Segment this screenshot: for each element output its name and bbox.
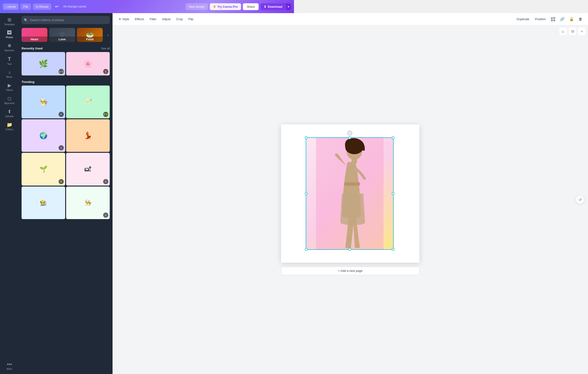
trend-photo-6[interactable]: 🛋 £ <box>66 153 110 186</box>
new-design-button[interactable]: New design <box>185 3 208 10</box>
adjust-label: Adjust <box>162 17 170 21</box>
style-label: Style <box>122 17 129 21</box>
background-icon: ◻ <box>8 96 11 101</box>
trend-photo-8[interactable]: 👨‍🍳 £ <box>66 187 110 187</box>
share-button[interactable]: Share <box>243 3 259 10</box>
heart-chip-label: Heart <box>21 37 47 42</box>
sidebar-item-background[interactable]: ◻ Bkground <box>1 94 17 106</box>
category-chip-heart[interactable]: Heart <box>21 28 47 42</box>
elements-label: Elements <box>4 49 14 52</box>
style-icon: ✦ <box>119 17 121 21</box>
flip-button[interactable]: Flip <box>186 16 196 22</box>
category-row: Heart ♡ Love 🥗 Food › <box>19 27 113 45</box>
recent-photo-2[interactable]: 🌸 £ <box>66 52 110 75</box>
category-chip-love[interactable]: ♡ Love <box>49 28 75 42</box>
crop-button[interactable]: Crop <box>174 16 185 22</box>
new-design-label: New design <box>189 5 205 9</box>
see-all-button[interactable]: See all <box>101 47 110 50</box>
music-icon: ♪ <box>8 70 10 75</box>
trending-header: Trending <box>19 78 113 85</box>
text-icon: T <box>8 56 11 62</box>
photos-panel: 🔍 Heart ♡ Love 🥗 Food › Recently Used Se… <box>19 13 113 187</box>
top-navigation: ‹ Home File ⊡ Resize ↩ All changes saved… <box>0 0 294 13</box>
trend-badge-1: £ <box>59 112 64 117</box>
resize-label: Resize <box>39 5 49 9</box>
trend-badge-5: £ <box>59 179 64 184</box>
effects-button[interactable]: Effects <box>132 16 147 22</box>
folders-icon: 📁 <box>7 122 12 127</box>
scroll-right-icon[interactable]: › <box>105 28 112 42</box>
download-arrow-icon: ⬇ <box>264 5 266 9</box>
love-chip-label: Love <box>49 37 75 42</box>
toolbar: ✦ Style Effects Filter Adjust Crop Flip … <box>113 13 294 25</box>
canvas-area: ⊏ ⧉ + ↺ <box>113 13 294 187</box>
sidebar-item-photos[interactable]: 🖼 Photos <box>1 28 17 41</box>
resize-button[interactable]: ⊡ Resize <box>33 3 51 10</box>
share-label: Share <box>247 5 255 9</box>
trend-photo-7[interactable]: 🧑‍🌾 <box>21 187 65 187</box>
undo-icon: ↩ <box>55 4 59 9</box>
templates-label: Templates <box>4 23 15 26</box>
trending-grid: 👨‍🍳 £ 🥂 ♛ 🌍 £ 💃 🌱 £ <box>19 85 113 187</box>
file-button[interactable]: File <box>21 3 31 10</box>
sidebar-item-folders[interactable]: 📁 Folders <box>1 120 17 133</box>
sidebar-item-templates[interactable]: ⊞ Templates <box>1 15 17 28</box>
crown-badge-1: ♛ <box>59 69 64 74</box>
uploads-icon: ⬆ <box>8 109 11 114</box>
file-label: File <box>23 5 28 9</box>
search-icon: 🔍 <box>24 18 28 22</box>
trend-photo-3[interactable]: 🌍 £ <box>21 119 65 152</box>
canvas-wrapper: ⊏ ⧉ + ↺ <box>113 25 294 187</box>
trend-photo-5[interactable]: 🌱 £ <box>21 153 65 186</box>
music-label: Music <box>6 76 12 78</box>
food-chip-label: Food <box>77 37 103 42</box>
chevron-down-icon: ▾ <box>288 5 289 9</box>
trend-badge-3: £ <box>59 145 64 150</box>
filter-button[interactable]: Filter <box>147 16 159 22</box>
elements-icon: ❋ <box>8 43 11 49</box>
sidebar-item-videos[interactable]: ▶ Videos <box>1 81 17 93</box>
crop-label: Crop <box>176 17 183 21</box>
photos-icon: 🖼 <box>7 30 12 35</box>
videos-icon: ▶ <box>8 83 11 88</box>
adjust-button[interactable]: Adjust <box>160 16 173 22</box>
home-label: Home <box>8 5 16 9</box>
folders-label: Folders <box>5 128 13 131</box>
undo-button[interactable]: ↩ <box>53 3 61 10</box>
sidebar-item-text[interactable]: T Text <box>1 54 17 67</box>
text-label: Text <box>7 63 11 65</box>
try-pro-label: Try Canva Pro <box>217 5 238 9</box>
resize-icon: ⊡ <box>36 5 38 9</box>
saved-status: All changes saved <box>63 5 86 8</box>
sidebar-item-uploads[interactable]: ⬆ Uploads <box>1 107 17 120</box>
trend-badge-6: £ <box>103 179 108 184</box>
search-bar: 🔍 <box>21 16 110 24</box>
uploads-label: Uploads <box>5 115 14 118</box>
recently-used-grid: 🌿 ♛ 🌸 £ <box>19 52 113 78</box>
recent-photo-1[interactable]: 🌿 ♛ <box>21 52 65 75</box>
effects-label: Effects <box>135 17 144 21</box>
category-chip-food[interactable]: 🥗 Food <box>77 28 103 42</box>
trend-badge-2: ♛ <box>103 112 108 117</box>
trend-photo-1[interactable]: 👨‍🍳 £ <box>21 85 65 118</box>
canvas-page[interactable]: ↺ ↺ <box>281 125 294 187</box>
recently-used-header: Recently Used See all <box>19 45 113 52</box>
sidebar-item-elements[interactable]: ❋ Elements <box>1 41 17 54</box>
pound-badge-1: £ <box>103 69 108 74</box>
filter-label: Filter <box>150 17 156 21</box>
templates-icon: ⊞ <box>8 17 11 22</box>
sidebar-item-music[interactable]: ♪ Music <box>1 68 17 80</box>
download-label: Download <box>268 5 282 9</box>
home-button[interactable]: ‹ Home <box>3 3 19 10</box>
chevron-left-icon: ‹ <box>6 5 7 9</box>
recently-used-title: Recently Used <box>21 47 43 50</box>
style-button[interactable]: ✦ Style <box>116 16 132 22</box>
try-pro-button[interactable]: ♛ Try Canva Pro <box>210 3 241 10</box>
download-button[interactable]: ⬇ Download <box>261 3 285 10</box>
search-input[interactable] <box>21 16 110 24</box>
trending-title: Trending <box>21 80 34 84</box>
pro-crown-icon: ♛ <box>213 5 216 9</box>
trend-photo-4[interactable]: 💃 <box>66 119 110 152</box>
download-chevron-button[interactable]: ▾ <box>285 3 291 10</box>
trend-photo-2[interactable]: 🥂 ♛ <box>66 85 110 118</box>
